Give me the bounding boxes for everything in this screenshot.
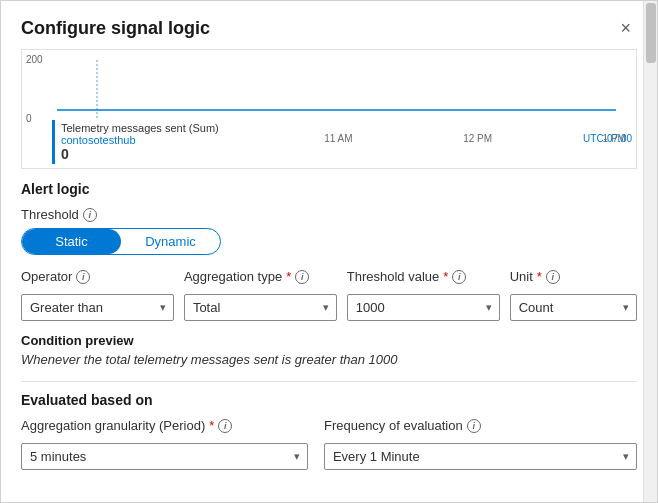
section-divider [21, 381, 637, 382]
agg-type-select-wrapper: Total Average Minimum Maximum Count ▾ [184, 294, 337, 321]
unit-group: Unit * i Count Bytes Milliseconds ▾ [510, 269, 637, 321]
threshold-toggle: Static Dynamic [21, 228, 221, 255]
chart-y-labels: 200 0 [26, 54, 43, 124]
agg-type-required: * [286, 269, 291, 284]
dialog-header: Configure signal logic × [1, 1, 657, 49]
agg-type-info-icon[interactable]: i [295, 270, 309, 284]
configure-signal-logic-dialog: Configure signal logic × 200 0 9 AM 10 A… [0, 0, 658, 503]
chart-series-label: Telemetry messages sent (Sum) [61, 122, 219, 134]
dialog-body: Alert logic Threshold i Static Dynamic O… [1, 169, 657, 502]
y-label-200: 200 [26, 54, 43, 65]
threshold-val-wrapper: 1000 ▾ [347, 294, 500, 321]
freq-group: Frequency of evaluation i Every 1 Minute… [324, 418, 637, 470]
operator-info-icon[interactable]: i [76, 270, 90, 284]
x-label-12pm: 12 PM [463, 133, 492, 144]
chart-svg [57, 60, 616, 125]
freq-info-icon[interactable]: i [467, 419, 481, 433]
chart-utc-label: UTC-07:00 [583, 133, 632, 144]
unit-label: Unit * i [510, 269, 637, 284]
condition-preview-title: Condition preview [21, 333, 637, 348]
threshold-info-icon[interactable]: i [83, 208, 97, 222]
operator-group: Operator i Greater than Less than Greate… [21, 269, 174, 321]
alert-logic-title: Alert logic [21, 181, 637, 197]
threshold-value-group: Threshold value * i 1000 ▾ [347, 269, 500, 321]
freq-label: Frequency of evaluation i [324, 418, 637, 433]
agg-gran-label: Aggregation granularity (Period) * i [21, 418, 308, 433]
evaluated-section-title: Evaluated based on [21, 392, 637, 408]
threshold-label: Threshold i [21, 207, 637, 222]
condition-preview-text: Whenever the total telemetry messages se… [21, 352, 637, 367]
freq-select-wrapper: Every 1 Minute Every 5 Minutes Every 15 … [324, 443, 637, 470]
threshold-val-info-icon[interactable]: i [452, 270, 466, 284]
agg-gran-group: Aggregation granularity (Period) * i 1 m… [21, 418, 308, 470]
chart-tooltip: Telemetry messages sent (Sum) contosotes… [52, 120, 225, 164]
threshold-value-select[interactable]: 1000 [347, 294, 500, 321]
x-label-11am: 11 AM [324, 133, 352, 144]
chart-tooltip-box: Telemetry messages sent (Sum) contosotes… [52, 120, 225, 164]
operator-select[interactable]: Greater than Less than Greater than or e… [21, 294, 174, 321]
agg-gran-info-icon[interactable]: i [218, 419, 232, 433]
dialog-title: Configure signal logic [21, 18, 210, 39]
scrollbar-thumb [646, 3, 656, 63]
chart-area: 200 0 9 AM 10 AM 11 AM 12 PM 1 PM UTC-07… [21, 49, 637, 169]
unit-required: * [537, 269, 542, 284]
agg-gran-select-wrapper: 1 minute 5 minutes 15 minutes 30 minutes… [21, 443, 308, 470]
chart-value: 0 [61, 146, 219, 162]
scrollbar[interactable] [643, 1, 657, 502]
evaluated-form-row: Aggregation granularity (Period) * i 1 m… [21, 418, 637, 470]
aggregation-type-group: Aggregation type * i Total Average Minim… [184, 269, 337, 321]
static-toggle-button[interactable]: Static [22, 229, 121, 254]
y-label-0: 0 [26, 113, 43, 124]
agg-type-label: Aggregation type * i [184, 269, 337, 284]
condition-preview: Condition preview Whenever the total tel… [21, 333, 637, 367]
operator-select-wrapper: Greater than Less than Greater than or e… [21, 294, 174, 321]
agg-gran-required: * [209, 418, 214, 433]
threshold-val-required: * [443, 269, 448, 284]
agg-gran-select[interactable]: 1 minute 5 minutes 15 minutes 30 minutes… [21, 443, 308, 470]
unit-info-icon[interactable]: i [546, 270, 560, 284]
alert-logic-form-row: Operator i Greater than Less than Greate… [21, 269, 637, 321]
dynamic-toggle-button[interactable]: Dynamic [121, 229, 220, 254]
operator-label: Operator i [21, 269, 174, 284]
unit-select[interactable]: Count Bytes Milliseconds [510, 294, 637, 321]
chart-hub-label: contosotesthub [61, 134, 219, 146]
freq-select[interactable]: Every 1 Minute Every 5 Minutes Every 15 … [324, 443, 637, 470]
unit-select-wrapper: Count Bytes Milliseconds ▾ [510, 294, 637, 321]
agg-type-select[interactable]: Total Average Minimum Maximum Count [184, 294, 337, 321]
threshold-val-label: Threshold value * i [347, 269, 500, 284]
close-button[interactable]: × [614, 17, 637, 39]
